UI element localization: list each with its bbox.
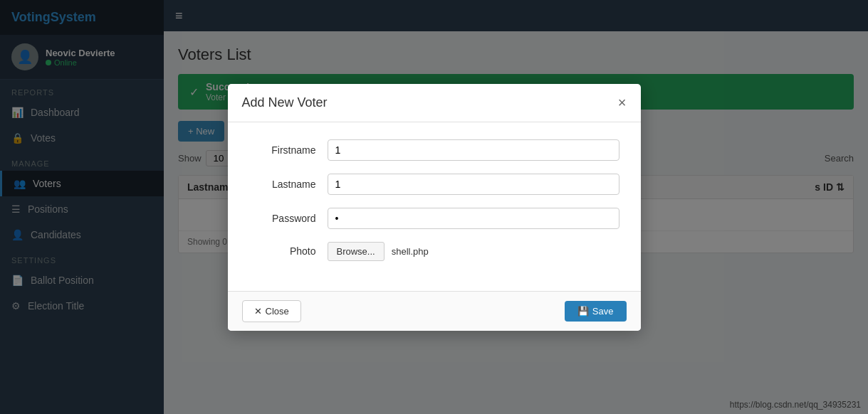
file-name: shell.php xyxy=(392,246,429,257)
lastname-input[interactable] xyxy=(328,174,619,195)
save-button[interactable]: 💾 Save xyxy=(565,301,627,322)
modal-close-button[interactable]: × xyxy=(618,95,627,110)
browse-button[interactable]: Browse... xyxy=(328,242,385,261)
close-button[interactable]: ✕ Close xyxy=(242,300,301,322)
photo-label: Photo xyxy=(249,245,328,257)
lastname-label: Lastname xyxy=(249,179,328,190)
modal-footer: ✕ Close 💾 Save xyxy=(228,291,641,331)
modal-header: Add New Voter × xyxy=(228,84,641,122)
close-x-icon: ✕ xyxy=(254,306,262,317)
save-label: Save xyxy=(592,306,614,317)
firstname-label: Firstname xyxy=(249,144,328,156)
lastname-group: Lastname xyxy=(249,174,619,195)
password-input[interactable] xyxy=(328,208,619,229)
modal-title: Add New Voter xyxy=(242,95,328,110)
modal: Add New Voter × Firstname Lastname Passw… xyxy=(228,84,641,331)
password-label: Password xyxy=(249,213,328,224)
close-label: Close xyxy=(266,306,289,317)
modal-body: Firstname Lastname Password Photo Browse… xyxy=(228,122,641,291)
password-group: Password xyxy=(249,208,619,229)
firstname-input[interactable] xyxy=(328,139,619,161)
modal-overlay[interactable]: Add New Voter × Firstname Lastname Passw… xyxy=(0,0,868,414)
photo-group: Photo Browse... shell.php xyxy=(249,242,619,261)
file-input-wrapper: Browse... shell.php xyxy=(328,242,619,261)
firstname-group: Firstname xyxy=(249,139,619,161)
save-icon: 💾 xyxy=(577,306,589,317)
